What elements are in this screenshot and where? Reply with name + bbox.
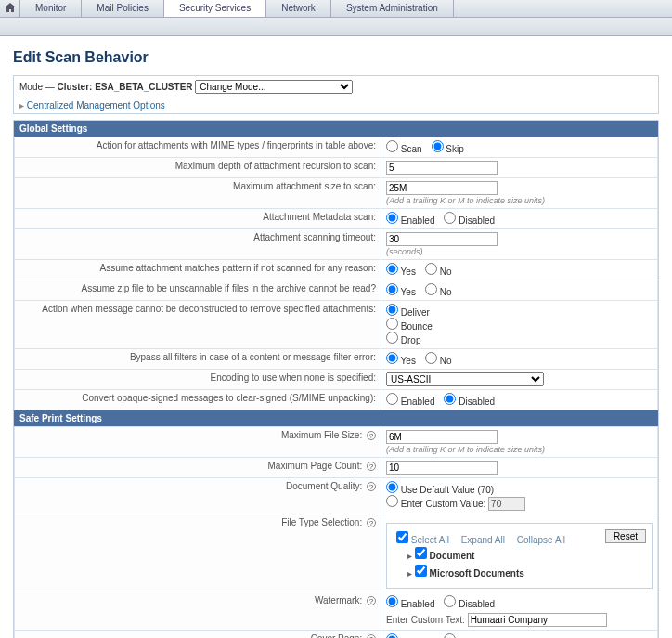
opaque-disabled[interactable]: [444, 393, 456, 405]
timeout-hint: (seconds): [386, 247, 423, 256]
expand-all[interactable]: Expand All: [461, 535, 505, 545]
lbl-meta: Attachment Metadata scan:: [15, 209, 381, 229]
lbl-mime: Action for attachments with MIME types /…: [15, 137, 381, 158]
home-tab[interactable]: [0, 0, 20, 17]
lbl-size: Maximum attachment size to scan:: [15, 178, 381, 209]
centralized-link[interactable]: Centralized Management Options: [14, 98, 658, 113]
help-icon[interactable]: ?: [367, 634, 376, 638]
help-icon[interactable]: ?: [367, 518, 376, 527]
lbl-opaque: Convert opaque-signed messages to clear-…: [15, 390, 381, 410]
lbl-bypass: Bypass all filters in case of a content …: [15, 349, 381, 370]
help-icon[interactable]: ?: [367, 596, 376, 605]
lbl-zip: Assume zip file to be unscannable if fil…: [15, 280, 381, 301]
dc-deliver[interactable]: [386, 304, 398, 316]
lbl-timeout: Attachment scanning timeout:: [15, 229, 381, 260]
select-all[interactable]: Select All: [411, 535, 449, 545]
zip-no[interactable]: [425, 283, 437, 295]
nav-tabs: Monitor Mail Policies Security Services …: [0, 0, 672, 18]
watermark-text-input[interactable]: [468, 613, 607, 627]
quality-default[interactable]: [386, 481, 398, 493]
cover-disabled[interactable]: [444, 633, 456, 638]
page-title: Edit Scan Behavior: [13, 49, 659, 66]
help-icon[interactable]: ?: [367, 482, 376, 491]
help-icon[interactable]: ?: [367, 431, 376, 440]
section-safeprint: Safe Print Settings: [14, 410, 658, 426]
lbl-depth: Maximum depth of attachment recursion to…: [15, 158, 381, 178]
dc-bounce[interactable]: [386, 318, 398, 330]
bypass-no[interactable]: [425, 352, 437, 364]
meta-disabled[interactable]: [444, 212, 456, 224]
lbl-encoding: Encoding to use when none is specified:: [15, 370, 381, 390]
lbl-cover: Cover Page:: [311, 633, 363, 638]
section-global: Global Settings: [14, 121, 658, 137]
sub-toolbar: [0, 18, 672, 36]
lbl-filetype: File Type Selection:: [281, 517, 362, 527]
mode-panel: Mode — Cluster: ESA_BETA_CLUSTER Change …: [13, 75, 659, 114]
mime-skip[interactable]: [432, 140, 444, 152]
zip-yes[interactable]: [386, 283, 398, 295]
dc-drop[interactable]: [386, 332, 398, 344]
assume-yes[interactable]: [386, 263, 398, 275]
mode-label: Mode —: [19, 82, 55, 92]
bypass-yes[interactable]: [386, 352, 398, 364]
meta-enabled[interactable]: [386, 212, 398, 224]
quality-custom[interactable]: [386, 495, 398, 507]
lbl-watermark: Watermark:: [315, 595, 362, 605]
lbl-maxfile: Maximum File Size:: [281, 430, 362, 440]
cover-enabled[interactable]: [386, 633, 398, 638]
watermark-disabled[interactable]: [444, 595, 456, 607]
filetype-box: Select All Expand All Collapse All Reset…: [386, 523, 653, 589]
assume-no[interactable]: [425, 263, 437, 275]
tab-sysadmin[interactable]: System Administration: [331, 0, 454, 17]
reset-button[interactable]: Reset: [605, 529, 646, 543]
maxfile-input[interactable]: [386, 430, 498, 444]
size-input[interactable]: [386, 181, 498, 195]
maxpage-input[interactable]: [386, 461, 498, 475]
lbl-deconstruct: Action when message cannot be deconstruc…: [15, 301, 381, 349]
lbl-assume: Assume attachment matches pattern if not…: [15, 260, 381, 280]
lbl-maxpage: Maximum Page Count:: [268, 461, 363, 471]
encoding-select[interactable]: US-ASCII: [386, 372, 544, 386]
opaque-enabled[interactable]: [386, 393, 398, 405]
select-all-check[interactable]: [396, 531, 408, 543]
maxfile-hint: (Add a trailing K or M to indicate size …: [386, 445, 545, 454]
depth-input[interactable]: [386, 161, 498, 175]
timeout-input[interactable]: [386, 232, 498, 246]
lbl-quality: Document Quality:: [286, 481, 362, 491]
quality-custom-input: [488, 497, 525, 511]
tab-mail-policies[interactable]: Mail Policies: [82, 0, 164, 17]
help-icon[interactable]: ?: [367, 462, 376, 471]
collapse-all[interactable]: Collapse All: [517, 535, 565, 545]
change-mode-select[interactable]: Change Mode...: [195, 80, 353, 94]
cluster-name: Cluster: ESA_BETA_CLUSTER: [58, 82, 193, 92]
msdoc-check[interactable]: [415, 565, 427, 577]
watermark-enabled[interactable]: [386, 595, 398, 607]
tab-network[interactable]: Network: [266, 0, 331, 17]
tab-monitor[interactable]: Monitor: [20, 0, 82, 17]
mime-scan[interactable]: [386, 140, 398, 152]
document-check[interactable]: [415, 547, 427, 559]
size-hint: (Add a trailing K or M to indicate size …: [386, 196, 545, 205]
tab-security-services[interactable]: Security Services: [164, 0, 266, 17]
